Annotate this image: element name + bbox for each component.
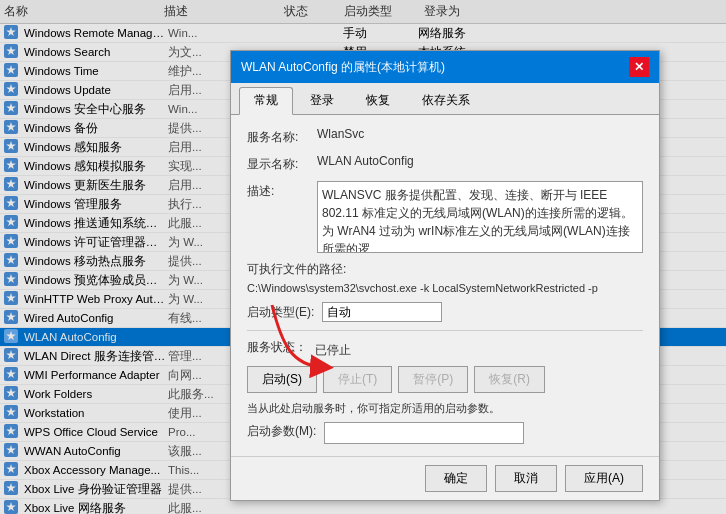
startup-type-label: 启动类型(E): <box>247 304 314 321</box>
dialog-title: WLAN AutoConfig 的属性(本地计算机) <box>241 59 445 76</box>
ok-button[interactable]: 确定 <box>425 465 487 492</box>
tab-dependencies[interactable]: 依存关系 <box>407 87 485 114</box>
divider <box>247 330 643 331</box>
dialog-tabs: 常规 登录 恢复 依存关系 <box>231 83 659 115</box>
stop-button[interactable]: 停止(T) <box>323 366 392 393</box>
start-params-input[interactable] <box>324 422 524 444</box>
start-button[interactable]: 启动(S) <box>247 366 317 393</box>
dialog-close-button[interactable]: ✕ <box>629 57 649 77</box>
status-row: 服务状态： 已停止 <box>247 339 643 362</box>
path-value: C:\Windows\system32\svchost.exe -k Local… <box>247 282 643 294</box>
description-value: WLANSVC 服务提供配置、发现、连接、断开与 IEEE 802.11 标准定… <box>317 181 643 253</box>
dialog-body: 服务名称: WlanSvc 显示名称: WLAN AutoConfig 描述: … <box>231 115 659 456</box>
description-row: 描述: WLANSVC 服务提供配置、发现、连接、断开与 IEEE 802.11… <box>247 181 643 253</box>
dialog-titlebar: WLAN AutoConfig 的属性(本地计算机) ✕ <box>231 51 659 83</box>
service-status-section: 服务状态： 已停止 启动(S) 停止(T) 暂停(P) 恢复(R) <box>247 339 643 393</box>
service-status-value: 已停止 <box>315 342 351 359</box>
properties-dialog: WLAN AutoConfig 的属性(本地计算机) ✕ 常规 登录 恢复 依存… <box>230 50 660 501</box>
start-params-label: 启动参数(M): <box>247 423 316 440</box>
startup-type-select-wrapper[interactable]: 自动 自动(延迟启动) 手动 禁用 <box>322 302 442 322</box>
cancel-button[interactable]: 取消 <box>495 465 557 492</box>
dialog-footer: 确定 取消 应用(A) <box>231 456 659 500</box>
startup-type-row: 启动类型(E): 自动 自动(延迟启动) 手动 禁用 <box>247 302 643 322</box>
apply-button[interactable]: 应用(A) <box>565 465 643 492</box>
display-name-value: WLAN AutoConfig <box>317 154 643 168</box>
pause-button[interactable]: 暂停(P) <box>398 366 468 393</box>
tab-login[interactable]: 登录 <box>295 87 349 114</box>
tab-general[interactable]: 常规 <box>239 87 293 115</box>
service-name-row: 服务名称: WlanSvc <box>247 127 643 146</box>
startup-type-select[interactable]: 自动 自动(延迟启动) 手动 禁用 <box>322 302 442 322</box>
start-params-hint: 当从此处启动服务时，你可指定所适用的启动参数。 <box>247 401 643 416</box>
display-name-label: 显示名称: <box>247 154 317 173</box>
start-params-section: 当从此处启动服务时，你可指定所适用的启动参数。 启动参数(M): <box>247 401 643 444</box>
tab-recovery[interactable]: 恢复 <box>351 87 405 114</box>
path-label: 可执行文件的路径: <box>247 261 643 278</box>
resume-button[interactable]: 恢复(R) <box>474 366 545 393</box>
description-label: 描述: <box>247 181 317 200</box>
path-section: 可执行文件的路径: C:\Windows\system32\svchost.ex… <box>247 261 643 294</box>
display-name-row: 显示名称: WLAN AutoConfig <box>247 154 643 173</box>
service-status-label: 服务状态： <box>247 339 307 356</box>
service-name-value: WlanSvc <box>317 127 643 141</box>
service-control-buttons: 启动(S) 停止(T) 暂停(P) 恢复(R) <box>247 366 643 393</box>
service-name-label: 服务名称: <box>247 127 317 146</box>
